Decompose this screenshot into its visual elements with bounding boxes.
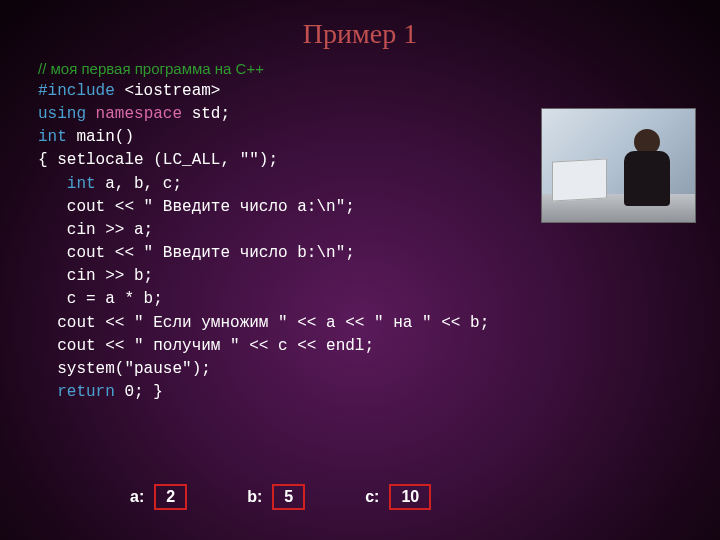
code-cout-b: cout << " Введите число b:\n"; (38, 242, 489, 265)
decorative-image (541, 108, 696, 223)
code-block: // моя первая программа на С++ #include … (38, 58, 489, 404)
var-a-label: a: (130, 488, 144, 506)
code-pause: system("pause"); (38, 358, 489, 381)
code-return: return 0; } (38, 381, 489, 404)
code-calc: c = a * b; (38, 288, 489, 311)
code-cout-a: cout << " Введите число a:\n"; (38, 196, 489, 219)
code-decl: int a, b, c; (38, 173, 489, 196)
code-main: int main() (38, 126, 489, 149)
code-cin-b: cin >> b; (38, 265, 489, 288)
slide-title: Пример 1 (0, 0, 720, 50)
code-using: using namespace std; (38, 103, 489, 126)
var-b-label: b: (247, 488, 262, 506)
code-cout-res: cout << " получим " << c << endl; (38, 335, 489, 358)
code-setlocale: { setlocale (LC_ALL, ""); (38, 149, 489, 172)
var-c-label: c: (365, 488, 379, 506)
var-c-value: 10 (389, 484, 431, 510)
image-laptop (552, 159, 607, 202)
code-comment: // моя первая программа на С++ (38, 58, 489, 80)
code-cout-mul: cout << " Если умножим " << a << " на " … (38, 312, 489, 335)
var-b-value: 5 (272, 484, 305, 510)
variables-row: a: 2 b: 5 c: 10 (130, 484, 431, 510)
code-include: #include <iostream> (38, 80, 489, 103)
code-cin-a: cin >> a; (38, 219, 489, 242)
var-a-value: 2 (154, 484, 187, 510)
